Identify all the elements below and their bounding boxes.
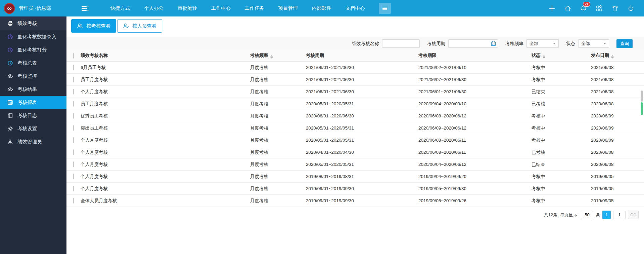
go-button[interactable]: GO [628, 211, 639, 219]
cell-name: 个人月度考核 [81, 161, 250, 168]
app-logo[interactable]: ∞ [4, 3, 15, 14]
goto-page-input[interactable] [613, 211, 626, 219]
row-checkbox[interactable] [73, 174, 74, 179]
row-checkbox[interactable] [73, 125, 74, 131]
power-logout-icon[interactable] [627, 5, 635, 12]
add-icon[interactable] [548, 5, 556, 12]
apps-grid-icon[interactable] [596, 5, 603, 12]
assessment-name-input[interactable] [382, 39, 420, 48]
cell-period: 2020/05/01~2020/05/31 [306, 125, 418, 131]
tab-by-assessment[interactable]: 按考核查看 [71, 19, 116, 33]
sidebar-item-label: 考核总表 [17, 60, 37, 66]
row-checkbox[interactable] [73, 161, 74, 167]
cell-published: 2020/06/08 [591, 150, 644, 155]
sidebar-item-6[interactable]: 考核结果 [0, 83, 66, 96]
search-button[interactable]: 查询 [616, 39, 633, 48]
sort-icon[interactable] [270, 55, 273, 59]
row-checkbox-cell [66, 101, 81, 106]
cell-period: 2019/08/01~2019/08/31 [306, 174, 418, 179]
row-checkbox[interactable] [73, 65, 74, 70]
sidebar-item-4[interactable]: 考核总表 [0, 57, 66, 70]
pagination-unit-label: 条 [596, 212, 600, 218]
filter-status-label: 状态 [566, 41, 575, 47]
notification-badge: 21 [583, 2, 590, 7]
row-checkbox[interactable] [73, 89, 74, 95]
row-checkbox[interactable] [73, 137, 74, 143]
more-menu-button[interactable] [379, 3, 391, 14]
row-checkbox-cell [66, 162, 81, 167]
status-select-value: 全部 [581, 41, 590, 47]
table-row[interactable]: 突出员工考核月度考核2020/05/01~2020/05/312020/06/0… [66, 122, 644, 134]
column-header-label: 考核频率 [250, 53, 268, 58]
sidebar-item-8[interactable]: 考核日志 [0, 109, 66, 122]
notifications-bell-icon[interactable]: 21 [580, 5, 587, 12]
menu-item-8[interactable]: 文档中心 [338, 0, 372, 16]
menu-item-7[interactable]: 内部邮件 [305, 0, 338, 16]
sidebar-item-10[interactable]: 绩效管理员 [0, 135, 66, 148]
cell-frequency: 月度考核 [250, 65, 306, 71]
tab-by-person[interactable]: 按人员查看 [117, 19, 162, 33]
sort-icon[interactable] [543, 55, 545, 59]
row-checkbox[interactable] [73, 77, 74, 82]
pagination-total-label: 共12条, 每页显示: [544, 212, 579, 218]
sidebar-item-2[interactable]: 量化考核数据录入 [0, 30, 66, 43]
filter-frequency-label: 考核频率 [505, 41, 523, 47]
cell-period: 2021/06/01~2021/06/30 [306, 89, 418, 94]
table-row[interactable]: 个人月度考核月度考核2019/09/01~2019/09/302019/09/0… [66, 183, 644, 195]
cell-term: 2019/09/05~2019/09/26 [418, 198, 532, 203]
row-checkbox[interactable] [73, 149, 74, 155]
menu-item-4[interactable]: 工作中心 [204, 0, 238, 16]
calendar-icon[interactable] [491, 41, 496, 46]
cell-name: 6月员工考核 [81, 65, 250, 71]
select-all-checkbox[interactable] [73, 53, 74, 59]
table-row[interactable]: 6月员工考核月度考核2021/06/01~2021/06/302021/06/0… [66, 62, 644, 74]
cell-name: 个人月度考核 [81, 137, 250, 143]
table-row[interactable]: 全体人员月度考核月度考核2019/09/01~2019/09/302019/09… [66, 195, 644, 207]
table-row[interactable]: 优秀员工考核月度考核2020/06/01~2020/06/302020/06/0… [66, 110, 644, 122]
table-row[interactable]: 个人月度考核月度考核2020/04/01~2020/04/302020/06/0… [66, 146, 644, 158]
row-checkbox[interactable] [73, 113, 74, 119]
row-checkbox[interactable] [73, 198, 74, 204]
home-icon[interactable] [564, 5, 571, 12]
row-checkbox[interactable] [73, 186, 74, 191]
theme-shirt-icon[interactable] [611, 5, 619, 12]
sidebar-item-label: 考核设置 [17, 125, 37, 132]
sidebar-item-9[interactable]: 考核设置 [0, 122, 66, 135]
row-checkbox[interactable] [73, 101, 74, 107]
table-row[interactable]: 个人月度考核月度考核2019/08/01~2019/08/312019/09/0… [66, 171, 644, 183]
page-size-input[interactable] [581, 211, 593, 219]
sidebar-item-5[interactable]: 考核监控 [0, 70, 66, 83]
sidebar-item-3[interactable]: 量化考核打分 [0, 43, 66, 57]
table-row[interactable]: 个人月度考核月度考核2020/05/01~2020/05/312020/06/0… [66, 134, 644, 146]
cell-term: 2020/06/04~2020/06/12 [418, 162, 532, 167]
menu-item-5[interactable]: 工作任务 [238, 0, 271, 16]
page-1-button[interactable]: 1 [602, 211, 611, 219]
table-row[interactable]: 员工月度考核月度考核2021/06/01~2021/06/302021/06/0… [66, 74, 644, 86]
cell-status: 已考核 [532, 149, 591, 155]
menu-item-2[interactable]: 个人办公 [137, 0, 171, 16]
table-row[interactable]: 个人月度考核月度考核2021/06/01~2021/06/302021/06/0… [66, 86, 644, 98]
table-row[interactable]: 个人月度考核月度考核2020/05/01~2020/05/312020/06/0… [66, 158, 644, 171]
main-content: 按考核查看 按人员查看 绩效考核名称 考核周期 考核频率 全部 状态 全部 [66, 16, 644, 254]
cell-published: 2020/06/09 [591, 113, 644, 118]
status-select[interactable]: 全部 [578, 39, 609, 48]
sidebar-item-7[interactable]: 考核报表 [0, 96, 66, 109]
menu-item-3[interactable]: 审批流转 [171, 0, 204, 16]
cell-frequency: 月度考核 [250, 161, 306, 168]
cell-frequency: 月度考核 [250, 101, 306, 107]
scrollbar-thumb[interactable] [641, 90, 643, 102]
gear-icon [7, 126, 13, 132]
sort-icon[interactable] [611, 55, 614, 59]
menu-item-6[interactable]: 项目管理 [271, 0, 305, 16]
cell-status: 考核中 [532, 65, 591, 71]
sidebar-item-1[interactable]: 绩效考核 [0, 16, 66, 30]
frequency-select[interactable]: 全部 [526, 39, 559, 48]
pie-chart-icon [7, 34, 13, 40]
menu-item-1[interactable]: 快捷方式 [103, 0, 137, 16]
user-icon [7, 139, 13, 145]
cell-status: 已结束 [532, 89, 591, 95]
vertical-scrollbar[interactable] [641, 90, 643, 115]
menu-collapse-icon[interactable] [81, 5, 89, 12]
table-row[interactable]: 员工月度考核月度考核2020/05/01~2020/05/312020/09/0… [66, 98, 644, 110]
cell-frequency: 月度考核 [250, 113, 306, 119]
